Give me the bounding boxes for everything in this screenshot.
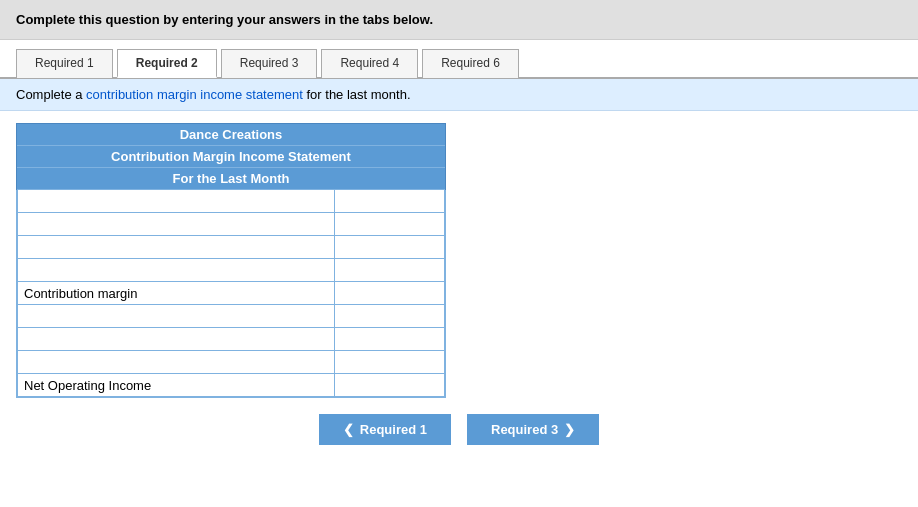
company-name: Dance Creations — [17, 124, 445, 146]
contribution-margin-label: Contribution margin — [17, 282, 335, 304]
value-input-7[interactable] — [335, 351, 445, 373]
statement-body: Contribution margin — [16, 190, 446, 398]
value-input-2[interactable] — [335, 213, 445, 235]
label-field-7[interactable] — [26, 353, 334, 371]
statement-wrapper: Dance Creations Contribution Margin Inco… — [16, 123, 446, 398]
input-row-4 — [17, 259, 445, 282]
contribution-margin-value[interactable] — [335, 282, 445, 304]
value-field-6[interactable] — [335, 330, 444, 348]
contribution-margin-row: Contribution margin — [17, 282, 445, 305]
value-input-6[interactable] — [335, 328, 445, 350]
prev-button-label: Required 1 — [360, 422, 427, 437]
label-input-4[interactable] — [17, 259, 335, 281]
value-field-7[interactable] — [335, 353, 444, 371]
label-field-4[interactable] — [34, 261, 334, 279]
label-input-6[interactable] — [17, 328, 335, 350]
value-input-5[interactable] — [335, 305, 445, 327]
tab-required3[interactable]: Required 3 — [221, 49, 318, 78]
input-row-6 — [17, 328, 445, 351]
input-row-2 — [17, 213, 445, 236]
tab-required6[interactable]: Required 6 — [422, 49, 519, 78]
chevron-right-icon — [564, 422, 575, 437]
value-input-1[interactable] — [335, 190, 445, 212]
nav-buttons: Required 1 Required 3 — [16, 414, 902, 445]
prev-button[interactable]: Required 1 — [319, 414, 451, 445]
label-input-1[interactable] — [17, 190, 335, 212]
tabs-container: Required 1 Required 2 Required 3 Require… — [0, 40, 918, 79]
statement-header-block: Dance Creations Contribution Margin Inco… — [16, 123, 446, 190]
input-row-5 — [17, 305, 445, 328]
input-row-7 — [17, 351, 445, 374]
label-field-6[interactable] — [26, 330, 334, 348]
next-button[interactable]: Required 3 — [467, 414, 599, 445]
statement-title: Contribution Margin Income Statement — [17, 146, 445, 168]
statement-period: For the Last Month — [17, 168, 445, 190]
chevron-left-icon — [343, 422, 354, 437]
value-field-1[interactable] — [335, 192, 444, 210]
tab-required2[interactable]: Required 2 — [117, 49, 217, 78]
net-operating-income-row: Net Operating Income — [17, 374, 445, 397]
label-field-5[interactable] — [18, 307, 334, 325]
label-input-3[interactable] — [17, 236, 335, 258]
contribution-margin-input[interactable] — [335, 284, 444, 302]
value-input-3[interactable] — [335, 236, 445, 258]
content-area: Dance Creations Contribution Margin Inco… — [0, 111, 918, 457]
tab-required4[interactable]: Required 4 — [321, 49, 418, 78]
input-row-3 — [17, 236, 445, 259]
value-field-2[interactable] — [335, 215, 444, 233]
label-field-2[interactable] — [18, 215, 334, 233]
label-field-1[interactable] — [18, 192, 334, 210]
net-operating-income-label: Net Operating Income — [17, 374, 335, 396]
input-row-1 — [17, 190, 445, 213]
highlight-text: contribution margin income statement — [86, 87, 303, 102]
net-operating-income-input[interactable] — [335, 376, 444, 394]
next-button-label: Required 3 — [491, 422, 558, 437]
value-field-4[interactable] — [335, 261, 444, 279]
value-field-5[interactable] — [335, 307, 444, 325]
label-field-3[interactable] — [18, 238, 334, 256]
net-operating-income-value[interactable] — [335, 374, 445, 396]
value-input-4[interactable] — [335, 259, 445, 281]
label-input-7[interactable] — [17, 351, 335, 373]
description-bar: Complete a contribution margin income st… — [0, 79, 918, 111]
tab-required1[interactable]: Required 1 — [16, 49, 113, 78]
label-input-2[interactable] — [17, 213, 335, 235]
value-field-3[interactable] — [335, 238, 444, 256]
instruction-bar: Complete this question by entering your … — [0, 0, 918, 40]
label-input-5[interactable] — [17, 305, 335, 327]
